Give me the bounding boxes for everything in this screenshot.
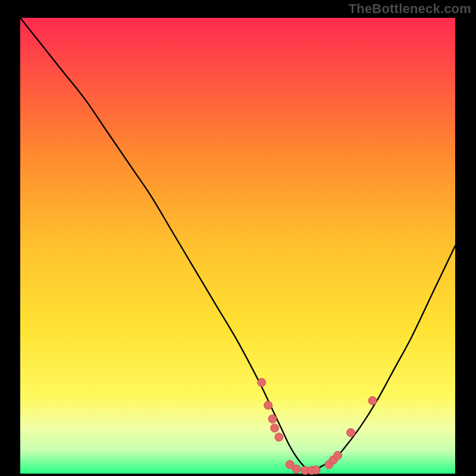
bottleneck-chart — [0, 0, 476, 476]
sample-dot — [275, 433, 283, 441]
sample-dot — [268, 415, 277, 423]
sample-dot — [334, 451, 342, 459]
sample-dot — [292, 465, 300, 473]
sample-dot — [312, 466, 320, 474]
chart-frame: { "attribution": "TheBottleneck.com", "c… — [0, 0, 476, 476]
sample-dot — [271, 424, 279, 432]
plot-background — [20, 18, 455, 474]
sample-dot — [347, 428, 355, 437]
sample-dot — [258, 378, 266, 387]
sample-dot — [368, 396, 377, 405]
sample-dot — [264, 401, 273, 409]
